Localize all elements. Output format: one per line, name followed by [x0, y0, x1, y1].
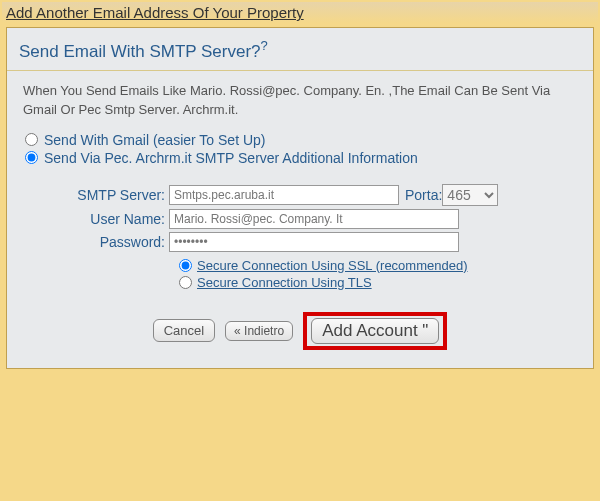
password-input[interactable] — [169, 232, 459, 252]
radio-tls[interactable] — [179, 276, 192, 289]
username-label: User Name: — [19, 211, 169, 227]
smtp-input[interactable] — [169, 185, 399, 205]
button-row: Cancel « Indietro Add Account " — [19, 312, 581, 350]
form-area: SMTP Server: Porta: 465 User Name: Passw… — [19, 184, 581, 290]
panel-heading: Send Email With SMTP Server?? — [19, 38, 581, 62]
username-row: User Name: — [19, 209, 581, 229]
add-account-button[interactable]: Add Account " — [311, 318, 439, 344]
tls-label: Secure Connection Using TLS — [197, 275, 372, 290]
option-smtp-row[interactable]: Send Via Pec. Archrm.it SMTP Server Addi… — [25, 150, 575, 166]
ssl-row[interactable]: Secure Connection Using SSL (recommended… — [179, 258, 581, 273]
option-gmail-label: Send With Gmail (easier To Set Up) — [44, 132, 266, 148]
cancel-button[interactable]: Cancel — [153, 319, 215, 342]
porta-select[interactable]: 465 — [442, 184, 498, 206]
radio-ssl[interactable] — [179, 259, 192, 272]
window-title: Add Another Email Address Of Your Proper… — [2, 2, 598, 23]
ssl-label: Secure Connection Using SSL (recommended… — [197, 258, 468, 273]
password-label: Password: — [19, 234, 169, 250]
username-input[interactable] — [169, 209, 459, 229]
back-button[interactable]: « Indietro — [225, 321, 293, 341]
smtp-row: SMTP Server: Porta: 465 — [19, 184, 581, 206]
option-smtp-label: Send Via Pec. Archrm.it SMTP Server Addi… — [44, 150, 418, 166]
main-panel: Send Email With SMTP Server?? When You S… — [6, 27, 594, 369]
password-row: Password: — [19, 232, 581, 252]
tls-row[interactable]: Secure Connection Using TLS — [179, 275, 581, 290]
help-icon[interactable]: ? — [261, 38, 268, 53]
smtp-label: SMTP Server: — [19, 187, 169, 203]
heading-text: Send Email With SMTP Server? — [19, 42, 261, 61]
radio-smtp[interactable] — [25, 151, 38, 164]
porta-label: Porta: — [405, 187, 442, 203]
option-gmail-row[interactable]: Send With Gmail (easier To Set Up) — [25, 132, 575, 148]
intro-text: When You Send Emails Like Mario. Rossi@p… — [19, 81, 581, 130]
add-account-highlight: Add Account " — [303, 312, 447, 350]
divider — [7, 70, 593, 71]
radio-gmail[interactable] — [25, 133, 38, 146]
security-group: Secure Connection Using SSL (recommended… — [179, 258, 581, 290]
